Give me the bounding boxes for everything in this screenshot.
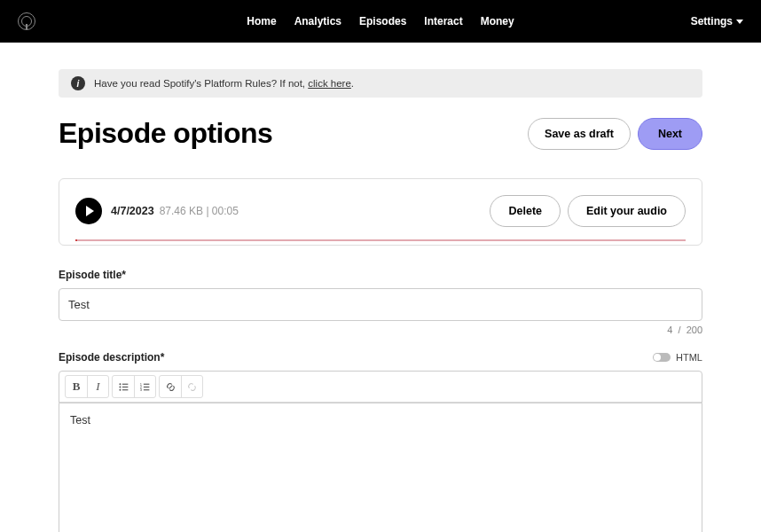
link-button[interactable] (160, 376, 181, 397)
bullet-list-button[interactable] (113, 376, 134, 397)
nav-episodes[interactable]: Episodes (359, 15, 406, 27)
audio-date: 4/7/2023 (111, 205, 154, 217)
description-textarea[interactable]: Test (59, 403, 702, 532)
bold-button[interactable]: B (66, 376, 87, 397)
svg-rect-3 (122, 386, 128, 387)
notice-prefix: Have you read Spotify's Platform Rules? … (94, 78, 308, 89)
svg-rect-7 (144, 383, 150, 384)
description-header: Episode description* HTML (59, 351, 702, 364)
bullet-list-icon (118, 381, 129, 393)
unlink-button[interactable] (181, 376, 202, 397)
svg-rect-9 (144, 386, 150, 387)
link-icon (165, 381, 177, 393)
episode-title-input[interactable] (59, 288, 702, 321)
episode-title-label: Episode title* (59, 269, 702, 281)
nav-home[interactable]: Home (247, 15, 276, 27)
main-content: i Have you read Spotify's Platform Rules… (59, 43, 702, 532)
html-toggle-label: HTML (676, 352, 702, 363)
title-actions: Save as draft Next (528, 118, 702, 150)
info-icon: i (71, 76, 85, 90)
notice-link[interactable]: click here (308, 78, 351, 89)
settings-menu[interactable]: Settings (691, 15, 743, 27)
audio-progress-bar[interactable] (75, 239, 686, 241)
audio-row: 4/7/2023 87.46 KB | 00:05 Delete Edit yo… (75, 195, 686, 227)
title-char-count: 4 / 200 (59, 325, 702, 335)
svg-point-4 (119, 388, 121, 390)
description-editor: B I 123 (59, 371, 702, 403)
next-button[interactable]: Next (638, 118, 702, 150)
title-count-max: 200 (686, 325, 702, 335)
svg-rect-1 (122, 383, 128, 384)
episode-description-label: Episode description* (59, 351, 164, 364)
nav-money[interactable]: Money (481, 15, 514, 27)
app-header: Home Analytics Episodes Interact Money S… (0, 0, 761, 43)
title-count-current: 4 (667, 325, 672, 335)
main-nav: Home Analytics Episodes Interact Money (247, 15, 514, 27)
edit-audio-button[interactable]: Edit your audio (568, 195, 686, 227)
italic-button[interactable]: I (87, 376, 108, 397)
audio-card: 4/7/2023 87.46 KB | 00:05 Delete Edit yo… (59, 178, 702, 246)
podcast-icon (18, 12, 35, 30)
notice-suffix: . (351, 78, 354, 89)
unlink-icon (186, 381, 198, 393)
numbered-list-icon: 123 (139, 381, 151, 393)
play-icon (86, 206, 94, 216)
svg-rect-11 (144, 389, 150, 390)
svg-point-0 (119, 383, 121, 385)
settings-label: Settings (691, 15, 733, 27)
svg-rect-5 (122, 389, 128, 390)
html-toggle[interactable] (653, 353, 671, 362)
html-toggle-group: HTML (653, 352, 702, 363)
nav-interact[interactable]: Interact (424, 15, 462, 27)
page-title: Episode options (59, 117, 272, 150)
delete-button[interactable]: Delete (490, 195, 561, 227)
description-text: Test (70, 414, 90, 426)
play-button[interactable] (75, 198, 102, 224)
notice-text: Have you read Spotify's Platform Rules? … (94, 78, 354, 89)
platform-rules-notice: i Have you read Spotify's Platform Rules… (59, 69, 702, 98)
title-count-sep: / (678, 325, 680, 335)
save-draft-button[interactable]: Save as draft (528, 118, 631, 150)
numbered-list-button[interactable]: 123 (134, 376, 155, 397)
title-bar: Episode options Save as draft Next (59, 117, 702, 150)
svg-point-2 (119, 386, 121, 387)
svg-text:3: 3 (140, 387, 143, 392)
audio-meta: 4/7/2023 87.46 KB | 00:05 (111, 205, 239, 217)
editor-toolbar: B I 123 (59, 372, 702, 403)
nav-analytics[interactable]: Analytics (294, 15, 341, 27)
audio-actions: Delete Edit your audio (490, 195, 686, 227)
audio-size-duration: 87.46 KB | 00:05 (160, 205, 239, 217)
chevron-down-icon (736, 20, 743, 24)
